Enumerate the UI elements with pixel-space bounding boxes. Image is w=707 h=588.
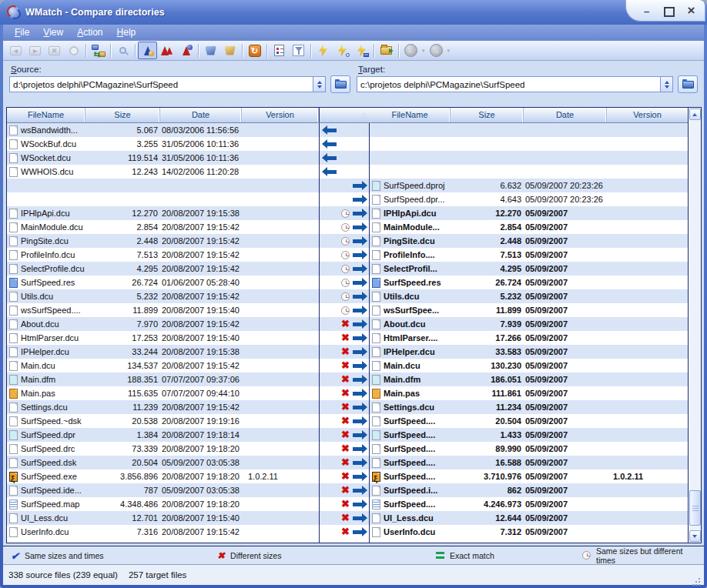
table-row[interactable]: WWHOIS.dcu12.24314/02/2006 11:20:28 [7, 165, 688, 179]
target-browse-button[interactable] [678, 75, 698, 93]
filter-button[interactable] [289, 42, 308, 59]
target-path-combo[interactable]: c:\projetos delphi\PCMagazine\SurfSpeed [357, 76, 673, 92]
copy-arrow-button[interactable]: ▸ [25, 42, 45, 59]
report-button[interactable] [270, 42, 289, 59]
arrow-right-icon [353, 198, 362, 202]
header-left-size[interactable]: Size [85, 108, 160, 122]
menu-view[interactable]: View [36, 25, 70, 41]
file-res-icon [9, 278, 18, 288]
table-row[interactable]: WSockBuf.dcu3.25531/05/2006 10:11:36 [7, 137, 688, 151]
forward-dropdown-icon[interactable]: ▾ [447, 48, 451, 54]
menu-help[interactable]: Help [110, 25, 143, 41]
back-dropdown-icon[interactable]: ▾ [422, 48, 425, 54]
table-row[interactable]: IPHelper.dcu33.24420/08/2007 19:15:38IPH… [7, 345, 688, 359]
left-filename: MainModule.dcu [21, 220, 83, 234]
header-right-filename[interactable]: FileName [370, 108, 451, 122]
header-left-date[interactable]: Date [160, 108, 242, 122]
target-combo-spinner[interactable] [660, 77, 672, 92]
swap-source-target-button[interactable]: ⇆ [89, 42, 108, 59]
open-folder-button[interactable] [377, 42, 396, 59]
scroll-up-button[interactable] [689, 109, 701, 120]
table-row[interactable]: Settings.dcu11.23920/08/2007 19:15:42Set… [7, 400, 688, 414]
table-row[interactable]: ProfileInfo.dcu7.51320/08/2007 19:15:42P… [7, 248, 688, 262]
left-filename-cell: SurfSpeed.~dsk [7, 414, 85, 428]
back-button[interactable]: ← [401, 42, 421, 59]
header-left-version[interactable]: Version [242, 108, 319, 122]
left-filename-cell: Main.dfm [7, 373, 85, 386]
minimize-button[interactable] [636, 3, 657, 18]
source-browse-button[interactable] [330, 75, 350, 93]
table-row[interactable]: MainModule.dcu2.85420/08/2007 19:15:42Ma… [7, 220, 688, 234]
table-row[interactable]: Main.dfm188.35107/07/2007 09:37:06Main.d… [7, 373, 688, 386]
header-right-version[interactable]: Version [607, 108, 688, 122]
right-filename-cell: IPHelper.dcu [370, 345, 451, 359]
different-size-x-icon [341, 386, 350, 400]
right-date-cell: 05/09/2007 20:23:26 [524, 179, 607, 192]
menu-file[interactable]: File [8, 25, 36, 41]
table-row[interactable]: Main.dcu134.53720/08/2007 19:15:42Main.d… [7, 359, 688, 373]
table-row[interactable]: WSocket.dcu119.51431/05/2006 10:11:36 [7, 151, 688, 165]
table-row[interactable]: SurfSpeed.dpr1.38420/08/2007 19:18:14Sur… [7, 428, 688, 442]
different-size-x-icon [341, 497, 350, 511]
show-different-files-button[interactable] [157, 42, 176, 59]
file-doc-icon [372, 195, 380, 205]
table-row[interactable]: PingSite.dcu2.44820/08/2007 19:15:42Ping… [7, 234, 688, 248]
source-combo-spinner[interactable] [313, 77, 325, 92]
toolbar-separator [135, 44, 136, 58]
status-cell [319, 137, 370, 151]
sync-folder-button[interactable] [352, 42, 371, 59]
title-bar[interactable]: WMatch - Compare directories [0, 0, 707, 25]
menu-action[interactable]: Action [70, 25, 109, 41]
table-row[interactable]: Main.pas115.63507/07/2007 09:44:10Main.p… [7, 386, 688, 400]
left-version-cell [242, 137, 319, 151]
source-path-combo[interactable]: d:\projetos delphi\PCMagazine\SurfSpeed [9, 76, 326, 92]
target-bucket-button[interactable] [220, 42, 240, 59]
source-bucket-button[interactable] [201, 42, 220, 59]
right-version-cell [607, 414, 688, 428]
close-button[interactable] [681, 3, 702, 18]
forward-button[interactable]: → [427, 42, 446, 59]
table-row[interactable]: HtmlParser.dcu17.25320/08/2007 19:15:40H… [7, 331, 688, 345]
table-row[interactable]: SurfSpeed.ide...78705/09/2007 03:05:38Su… [7, 483, 688, 497]
scroll-thumb[interactable] [689, 490, 701, 526]
table-row[interactable]: UserInfo.dcu7.31620/08/2007 19:15:42User… [7, 525, 688, 539]
table-row[interactable]: SurfSpeed.dproj6.63205/09/2007 20:23:26 [7, 179, 688, 192]
resize-grip[interactable] [699, 578, 700, 580]
table-row[interactable]: SurfSpeed.dsk20.50405/09/2007 03:05:38Su… [7, 456, 688, 469]
table-row[interactable]: SelectProfile.dcu4.29520/08/2007 19:15:4… [7, 262, 688, 276]
header-right-date[interactable]: Date [524, 108, 607, 122]
table-row[interactable]: SurfSpeed.res26.72401/06/2007 05:28:40Su… [7, 276, 688, 289]
delete-file-button[interactable]: ✕ [45, 42, 64, 59]
header-left-filename[interactable]: FileName [7, 108, 85, 122]
table-row[interactable]: SurfSpeed.dpr...4.64305/09/2007 20:23:26 [7, 192, 688, 206]
table-row[interactable]: wsSurfSpeed....11.89920/08/2007 19:15:40… [7, 303, 688, 317]
show-equal-files-button[interactable] [138, 42, 157, 59]
table-row[interactable]: wsBandwidth...5.06708/03/2006 11:56:56 [7, 123, 688, 137]
show-orphan-files-button[interactable] [176, 42, 196, 59]
status-cell [319, 331, 370, 345]
scroll-down-button[interactable] [689, 530, 701, 542]
toolbar-separator [110, 44, 111, 58]
table-row[interactable]: SurfSpeed.exe3.856.89620/08/2007 19:18:2… [7, 469, 688, 483]
copy-file-button[interactable]: ◂ [6, 42, 25, 59]
table-row[interactable]: SurfSpeed.map4.348.48620/08/2007 19:18:2… [7, 497, 688, 511]
left-filename-cell: Main.pas [7, 386, 85, 400]
table-row[interactable]: IPHlpApi.dcu12.27020/08/2007 19:15:38IPH… [7, 206, 688, 220]
touch-time-button[interactable] [64, 42, 83, 59]
header-status[interactable]: △ [319, 108, 370, 122]
vertical-scrollbar[interactable] [688, 108, 701, 543]
left-date-cell: 05/09/2007 03:05:38 [160, 483, 242, 497]
maximize-button[interactable] [658, 3, 679, 18]
table-row[interactable]: UI_Less.dcu12.70120/08/2007 19:15:40UI_L… [7, 511, 688, 525]
sync-button[interactable] [313, 42, 333, 59]
left-filename: UserInfo.dcu [21, 525, 69, 539]
table-row[interactable]: SurfSpeed.drc73.33920/08/2007 19:18:20Su… [7, 442, 688, 456]
header-right-size[interactable]: Size [451, 108, 524, 122]
sync-preview-button[interactable] [333, 42, 352, 59]
preview-button[interactable] [113, 42, 132, 59]
table-row[interactable]: Utils.dcu5.23220/08/2007 19:15:42Utils.d… [7, 289, 688, 303]
table-row[interactable]: SurfSpeed.~dsk20.53820/08/2007 19:19:16S… [7, 414, 688, 428]
table-row[interactable]: About.dcu7.97020/08/2007 19:15:42About.d… [7, 317, 688, 331]
refresh-button[interactable]: ↻ [245, 42, 264, 59]
status-cell [319, 206, 370, 220]
